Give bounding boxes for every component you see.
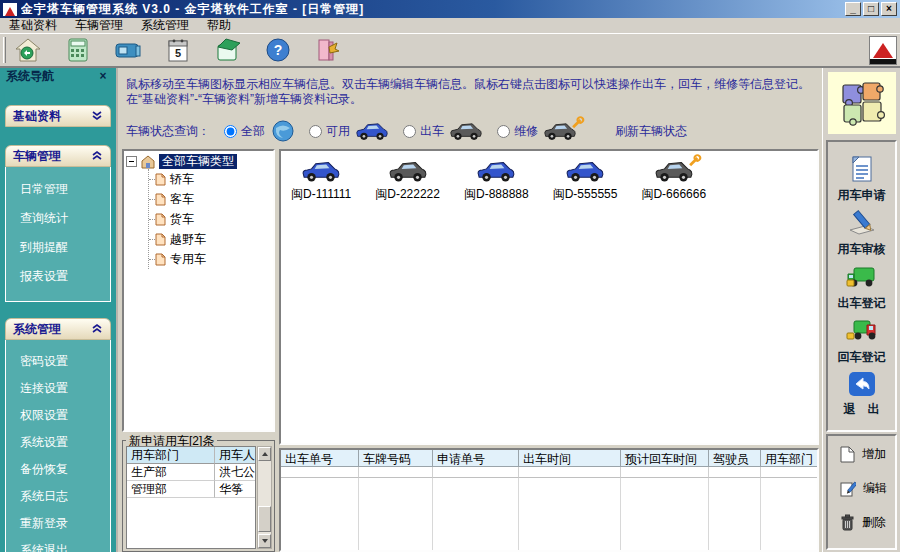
scrollbar-thumb[interactable] xyxy=(258,506,271,532)
close-button[interactable]: × xyxy=(881,2,897,16)
window-title: 金宇塔车辆管理系统 V3.0 - 金宇塔软件工作室 - [日常管理] xyxy=(21,1,843,18)
exit-icon[interactable] xyxy=(312,35,344,65)
status-radio-all[interactable] xyxy=(224,125,237,138)
status-radio-maintenance[interactable] xyxy=(497,125,510,138)
menu-help[interactable]: 帮助 xyxy=(198,17,240,34)
new-requests-table: 用车部门 用车人 生产部 洪七公 管理部 华筝 xyxy=(126,446,256,549)
chevron-up-icon xyxy=(91,323,103,335)
center-main: 全部车辆类型 轿车 客车 xyxy=(118,146,822,552)
vertical-scrollbar[interactable] xyxy=(257,446,272,549)
calendar-icon[interactable]: 5 xyxy=(162,35,194,65)
status-radio-out[interactable] xyxy=(403,125,416,138)
sidebar-item-relogin[interactable]: 重新登录 xyxy=(6,510,110,537)
col-header-dept: 用车部门 xyxy=(127,447,215,464)
minimize-button[interactable]: _ xyxy=(845,2,861,16)
sidebar-item-system-log[interactable]: 系统日志 xyxy=(6,483,110,510)
nav-panel-header-vehicle-mgmt[interactable]: 车辆管理 xyxy=(5,145,111,167)
tree-root-row[interactable]: 全部车辆类型 xyxy=(126,154,271,169)
table-row[interactable]: 生产部 洪七公 xyxy=(127,464,255,481)
sidebar-item-report-settings[interactable]: 报表设置 xyxy=(6,262,110,291)
vehicle-item[interactable]: 闽D-111111 xyxy=(291,159,351,203)
restore-button[interactable]: □ xyxy=(863,2,879,16)
toolbar-grip[interactable] xyxy=(3,37,6,63)
printer-icon[interactable] xyxy=(112,35,144,65)
tree-collapse-icon[interactable] xyxy=(126,156,137,167)
cell-dept: 生产部 xyxy=(127,464,215,481)
sidebar-item-permission-settings[interactable]: 权限设置 xyxy=(6,402,110,429)
app-logo-icon xyxy=(3,3,17,16)
status-option-label: 维修 xyxy=(514,123,538,140)
scrollbar-track[interactable] xyxy=(258,461,271,534)
table-row[interactable]: 管理部 华筝 xyxy=(127,481,255,498)
cell-dept: 管理部 xyxy=(127,481,215,498)
add-page-icon xyxy=(840,446,855,463)
home-icon xyxy=(14,37,42,63)
depart-register-button[interactable]: 出车登记 xyxy=(838,262,886,312)
delete-trash-icon xyxy=(840,514,855,531)
delete-button[interactable]: 删除 xyxy=(840,514,886,531)
exit-button[interactable]: 退 出 xyxy=(844,370,880,418)
tree-item-label: 专用车 xyxy=(170,251,206,268)
sidebar-item-system-settings[interactable]: 系统设置 xyxy=(6,429,110,456)
scroll-up-icon[interactable] xyxy=(258,447,271,461)
sidebar-item-query-stats[interactable]: 查询统计 xyxy=(6,204,110,233)
titlebar: 金宇塔车辆管理系统 V3.0 - 金宇塔软件工作室 - [日常管理] _ □ × xyxy=(0,0,900,18)
exit-icon xyxy=(315,37,341,63)
tree-root-label[interactable]: 全部车辆类型 xyxy=(159,154,237,169)
tree-item-truck[interactable]: 货车 xyxy=(149,209,271,229)
tree-item-bus[interactable]: 客车 xyxy=(149,189,271,209)
return-register-button[interactable]: 回车登记 xyxy=(838,316,886,366)
vehicle-item[interactable]: 闽D-555555 xyxy=(553,159,618,203)
page-icon xyxy=(155,253,166,266)
status-option-label: 可用 xyxy=(326,123,350,140)
tree-item-sedan[interactable]: 轿车 xyxy=(149,169,271,189)
sidebar-item-backup-restore[interactable]: 备份恢复 xyxy=(6,456,110,483)
vehicle-item[interactable]: 闽D-888888 xyxy=(464,159,529,203)
sidebar-close-icon[interactable]: × xyxy=(96,70,110,84)
sidebar-item-connection-settings[interactable]: 连接设置 xyxy=(6,375,110,402)
audit-pencil-icon xyxy=(847,208,877,238)
action-label: 用车审核 xyxy=(838,241,886,258)
main-area: 系统导航 × 基础资料 车辆管理 日常管理 查询 xyxy=(0,68,900,552)
menu-system-mgmt[interactable]: 系统管理 xyxy=(132,17,198,34)
add-button[interactable]: 增加 xyxy=(840,446,886,463)
vehicle-plate: 闽D-666666 xyxy=(641,186,706,203)
sidebar-item-password-settings[interactable]: 密码设置 xyxy=(6,348,110,375)
scroll-down-icon[interactable] xyxy=(258,534,271,548)
col-header-expected-return: 预计回车时间 xyxy=(621,450,709,467)
left-column: 全部车辆类型 轿车 客车 xyxy=(122,149,275,552)
vehicle-audit-button[interactable]: 用车审核 xyxy=(838,208,886,258)
status-radio-available[interactable] xyxy=(309,125,322,138)
category-root-icon xyxy=(140,155,156,169)
toolbar: 5 ? xyxy=(0,34,900,68)
tree-item-special[interactable]: 专用车 xyxy=(149,249,271,269)
vehicle-request-button[interactable]: 用车申请 xyxy=(838,154,886,204)
center-area: 鼠标移动至车辆图标显示相应车辆信息。双击车辆编辑车辆信息。鼠标右键点击图标可以快… xyxy=(118,68,822,552)
sidebar-item-expiry-reminder[interactable]: 到期提醒 xyxy=(6,233,110,262)
request-doc-icon xyxy=(847,154,877,184)
dispatch-header-row: 出车单号 车牌号码 申请单号 出车时间 预计回车时间 驾驶员 用车部门 xyxy=(281,450,817,467)
nav-panel-header-basic-data[interactable]: 基础资料 xyxy=(5,105,111,127)
printer-icon xyxy=(114,38,142,62)
vehicle-display-panel: 闽D-111111 闽D-222222 xyxy=(279,149,819,445)
menu-vehicle-mgmt[interactable]: 车辆管理 xyxy=(66,17,132,34)
status-option-label: 出车 xyxy=(420,123,444,140)
car-blue-icon xyxy=(301,159,341,183)
calculator-icon[interactable] xyxy=(62,35,94,65)
notebook-icon[interactable] xyxy=(212,35,244,65)
sidebar-item-daily-mgmt[interactable]: 日常管理 xyxy=(6,175,110,204)
tree-item-suv[interactable]: 越野车 xyxy=(149,229,271,249)
vehicle-item[interactable]: 闽D-666666 xyxy=(641,159,706,203)
right-action-bar: 用车申请 用车审核 xyxy=(822,68,900,552)
vehicle-item[interactable]: 闽D-222222 xyxy=(375,159,440,203)
crud-label: 增加 xyxy=(862,446,886,463)
tree-item-label: 轿车 xyxy=(170,171,194,188)
home-icon[interactable] xyxy=(12,35,44,65)
nav-panel-header-system-mgmt[interactable]: 系统管理 xyxy=(5,318,111,340)
notebook-icon xyxy=(214,37,242,63)
refresh-vehicle-status-link[interactable]: 刷新车辆状态 xyxy=(615,123,687,140)
menu-basic-data[interactable]: 基础资料 xyxy=(0,17,66,34)
edit-button[interactable]: 编辑 xyxy=(840,480,887,497)
help-icon[interactable]: ? xyxy=(262,35,294,65)
sidebar-item-system-exit[interactable]: 系统退出 xyxy=(6,537,110,552)
